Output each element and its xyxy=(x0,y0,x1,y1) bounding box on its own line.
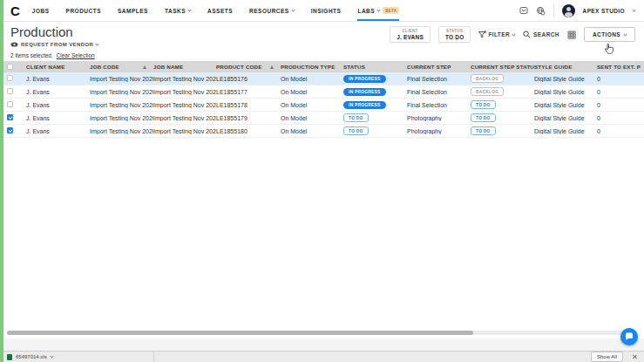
column-header-style-guide[interactable]: STYLE GUIDE xyxy=(534,64,597,70)
table-row[interactable]: J. Evans Import Testing Nov 2020 Import … xyxy=(0,85,644,99)
nav-item-jobs[interactable]: JOBS xyxy=(32,0,50,21)
row-checkbox[interactable] xyxy=(7,127,13,133)
column-header-client-name[interactable]: CLIENT NAME xyxy=(26,64,90,70)
chevron-down-icon xyxy=(50,354,53,358)
nav-item-labs[interactable]: LABSBETA xyxy=(357,0,399,21)
column-header-status[interactable]: STATUS xyxy=(343,64,407,70)
sort-ascending-icon xyxy=(143,65,146,69)
production-table: CLIENT NAME JOB CODE JOB NAME PRODUCT CO… xyxy=(0,61,644,138)
status-badge: TO DO xyxy=(343,113,369,122)
filter-button[interactable]: FILTER xyxy=(478,31,515,38)
globe-settings-icon[interactable] xyxy=(536,6,546,16)
row-checkbox[interactable] xyxy=(7,88,13,94)
column-header-job-name[interactable]: JOB NAME xyxy=(153,64,216,70)
column-header-product-code[interactable]: PRODUCT CODE xyxy=(216,64,281,70)
chevron-down-icon[interactable] xyxy=(632,8,635,11)
download-item[interactable]: 65497014.xls xyxy=(7,354,148,360)
nav-item-products[interactable]: PRODUCTS xyxy=(66,0,101,21)
chevron-down-icon xyxy=(512,32,515,36)
top-nav: C JOBS PRODUCTS SAMPLES TASKS ASSETS RES… xyxy=(0,0,644,22)
row-checkbox[interactable] xyxy=(7,101,13,107)
column-header-job-code[interactable]: JOB CODE xyxy=(90,64,153,70)
show-all-downloads-button[interactable]: Show All xyxy=(591,352,623,362)
eye-icon xyxy=(10,42,18,47)
app-logo[interactable]: C xyxy=(10,3,20,18)
status-badge: IN PROGRESS xyxy=(343,75,386,83)
table-row[interactable]: J. Evans Import Testing Nov 2020 Import … xyxy=(0,112,644,125)
chat-launcher-button[interactable] xyxy=(620,328,638,345)
column-header-sent-to-ext[interactable]: SENT TO EXT. P xyxy=(597,64,644,70)
table-row[interactable]: J. Evans Import Testing Nov 2020 Import … xyxy=(0,125,644,138)
chevron-down-icon xyxy=(291,8,295,11)
request-from-vendor-button[interactable]: REQUEST FROM VENDOR xyxy=(10,42,98,47)
page-title: Production xyxy=(10,24,73,39)
avatar[interactable] xyxy=(562,4,575,17)
actions-button[interactable]: ACTIONS xyxy=(584,27,635,42)
step-status-badge: TO DO xyxy=(471,113,496,122)
select-all-checkbox[interactable] xyxy=(7,64,13,70)
horizontal-scrollbar[interactable] xyxy=(7,331,637,335)
nav-item-resources[interactable]: RESOURCES xyxy=(249,0,295,21)
clear-selection-link[interactable]: Clear Selection xyxy=(57,52,95,58)
status-badge: IN PROGRESS xyxy=(343,101,386,109)
search-button[interactable]: SEARCH xyxy=(523,31,559,38)
table-row[interactable]: J. Evans Import Testing Nov 2020 Import … xyxy=(0,72,644,85)
primary-nav: JOBS PRODUCTS SAMPLES TASKS ASSETS RESOU… xyxy=(32,0,399,21)
bottom-band xyxy=(0,338,644,351)
funnel-icon xyxy=(478,31,485,38)
nav-item-assets[interactable]: ASSETS xyxy=(207,0,233,21)
step-status-badge: BACKLOG xyxy=(471,87,504,96)
app-screen: C JOBS PRODUCTS SAMPLES TASKS ASSETS RES… xyxy=(0,0,644,362)
chevron-down-icon xyxy=(623,32,627,36)
column-header-current-step-status[interactable]: CURRENT STEP STATUS xyxy=(471,64,534,70)
filter-chip-status[interactable]: STATUS TO DO xyxy=(438,26,471,43)
column-settings-icon[interactable] xyxy=(567,31,576,39)
filter-chip-client[interactable]: CLIENT J. EVANS xyxy=(390,26,430,43)
step-status-badge: TO DO xyxy=(471,126,496,135)
mouse-cursor-hand xyxy=(604,42,613,58)
chevron-down-icon xyxy=(377,8,381,11)
nav-right-cluster: APEX STUDIO xyxy=(519,4,635,17)
row-checkbox[interactable] xyxy=(7,75,13,81)
divider xyxy=(553,4,554,17)
table-row[interactable]: J. Evans Import Testing Nov 2020 Import … xyxy=(0,99,644,112)
selection-summary: 2 items selected. xyxy=(10,52,53,58)
nav-item-insights[interactable]: INSIGHTS xyxy=(311,0,342,21)
spreadsheet-file-icon xyxy=(7,354,12,360)
active-filter-dot xyxy=(484,31,486,33)
page-header: Production REQUEST FROM VENDOR CLIENT J.… xyxy=(0,22,644,51)
browser-download-bar: 65497014.xls Show All xyxy=(0,351,644,362)
scrollbar-thumb[interactable] xyxy=(7,331,473,335)
column-header-production-type[interactable]: PRODUCTION TYPE xyxy=(281,64,343,70)
search-icon xyxy=(523,31,531,38)
divider xyxy=(153,352,154,362)
table-header-row: CLIENT NAME JOB CODE JOB NAME PRODUCT CO… xyxy=(0,61,644,72)
account-name: APEX STUDIO xyxy=(583,8,625,14)
chevron-down-icon xyxy=(187,8,191,11)
status-badge: TO DO xyxy=(343,126,369,135)
step-status-badge: TO DO xyxy=(471,100,496,109)
chat-bubble-icon xyxy=(625,332,634,341)
nav-item-samples[interactable]: SAMPLES xyxy=(118,0,148,21)
beta-badge: BETA xyxy=(383,7,399,14)
column-header-current-step[interactable]: CURRENT STEP xyxy=(407,64,471,70)
sort-ascending-icon xyxy=(270,65,274,69)
row-checkbox[interactable] xyxy=(7,114,13,120)
inbox-icon[interactable] xyxy=(519,6,528,15)
selection-bar: 2 items selected. Clear Selection xyxy=(10,52,95,58)
toolbar: CLIENT J. EVANS STATUS TO DO FILTER SEAR… xyxy=(390,26,635,43)
step-status-badge: BACKLOG xyxy=(471,74,504,83)
screen-edge-stripe xyxy=(0,0,3,362)
status-badge: IN PROGRESS xyxy=(343,88,386,96)
close-download-bar-icon[interactable] xyxy=(632,354,637,359)
nav-item-tasks[interactable]: TASKS xyxy=(165,0,191,21)
download-filename: 65497014.xls xyxy=(16,354,47,359)
chevron-down-icon xyxy=(96,42,99,45)
